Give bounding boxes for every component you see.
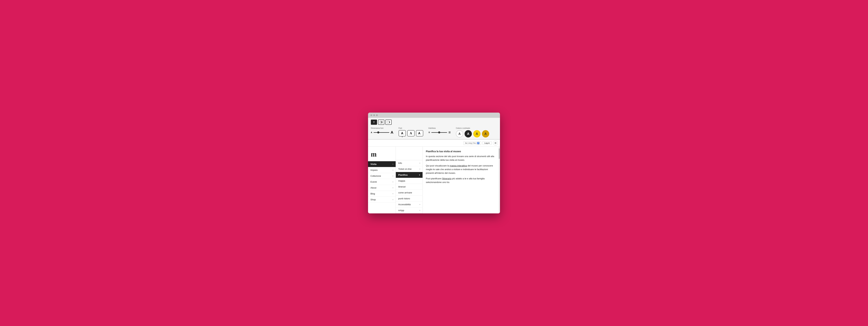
submenu-item-accessibilita-label: Accessibilità: [398, 203, 411, 206]
font-size-small-label: A: [371, 131, 372, 134]
main-navigation: m Visita › Impara › Collezione ›: [368, 147, 396, 213]
color-controls: A A A A: [456, 130, 489, 138]
nav-item-impara[interactable]: Impara ›: [368, 167, 396, 173]
scrollbar[interactable]: [499, 147, 500, 213]
browser-window: T Dimensione font A: [368, 113, 500, 213]
color-contrast-section: Colore e contrasto A A A A: [456, 127, 494, 138]
font-size-large-label: A: [391, 130, 393, 135]
login-button[interactable]: Log-in: [483, 141, 492, 145]
font-label: Font: [399, 127, 402, 129]
line-height-large-label: ≡: [448, 130, 451, 135]
nav-item-blog[interactable]: Blog ›: [368, 191, 396, 197]
nav-chevron-collezione: ›: [393, 175, 393, 177]
main-paragraph-3: Puoi pianificare l'itinerario più adatto…: [426, 177, 495, 184]
video-tool-button[interactable]: [385, 120, 392, 125]
color-yellow-button[interactable]: A: [473, 130, 480, 138]
nav-chevron-eventi: ›: [393, 181, 393, 183]
main-paragraph-1: In questa sezione del sito puoi trovare …: [426, 155, 495, 162]
submenu-item-mappa[interactable]: mappa: [396, 178, 423, 184]
font-size-label: Dimensione font: [371, 127, 383, 129]
line-height-controls: ≡ ≡: [429, 130, 451, 135]
submenu-item-come-arrivare[interactable]: come arrivare: [396, 190, 423, 196]
submenu-item-mappa-label: mappa: [398, 179, 405, 182]
window-dot-3: [376, 114, 378, 116]
main-content-area: Pianifica la tua visita al museo In ques…: [423, 147, 499, 206]
window-dot-2: [373, 114, 375, 116]
submenu-item-punti-ristoro[interactable]: punti ristoro: [396, 196, 423, 202]
font-wide-button[interactable]: A: [416, 130, 423, 137]
font-sans-arrow: ▲: [402, 136, 403, 138]
nav-item-about-label: About: [370, 186, 376, 189]
svg-rect-2: [381, 122, 383, 123]
submenu-item-itinerari[interactable]: itinerari: [396, 184, 423, 190]
line-height-slider[interactable]: [431, 132, 447, 133]
nav-chevron-about: ›: [393, 187, 393, 189]
nav-menu: Visita › Impara › Collezione › Eventi ›: [368, 161, 396, 203]
submenu: Info › Ticket on-line › Pianifica ∨ mapp…: [396, 147, 423, 213]
toolbar-controls-row: Dimensione font A A Font A ▲: [371, 127, 497, 138]
scrollbar-thumb[interactable]: [499, 148, 500, 159]
line-height-label: Interlinea: [429, 127, 436, 129]
color-dark-yellow-button[interactable]: A: [482, 130, 489, 138]
nav-item-eventi[interactable]: Eventi ›: [368, 179, 396, 185]
itinerario-link[interactable]: l'itinerario: [442, 177, 452, 180]
nav-item-collezione[interactable]: Collezione ›: [368, 173, 396, 179]
nav-item-about[interactable]: About ›: [368, 185, 396, 191]
submenu-item-ticket[interactable]: Ticket on-line ›: [396, 166, 423, 172]
main-title: Pianifica la tua visita al museo: [426, 149, 495, 153]
svg-rect-1: [381, 121, 383, 122]
mappa-interattiva-link[interactable]: mappa interattiva: [450, 165, 467, 167]
text-tool-button[interactable]: T: [371, 120, 377, 125]
accessibility-toolbar: T Dimensione font A: [368, 118, 500, 139]
submenu-chevron-ticket: ›: [420, 168, 420, 170]
color-normal-button[interactable]: A: [456, 130, 463, 138]
site-header: ita | eng | fra | ♿ Log-in ⚙: [368, 140, 500, 147]
tool-type-row: T: [371, 120, 497, 125]
settings-icon[interactable]: ⚙: [493, 141, 498, 145]
main-paragraph-2: Qui puoi visualizzare la mappa interatti…: [426, 164, 495, 175]
font-section: Font A ▲ A A: [399, 127, 429, 137]
submenu-item-mapp-label: mApp: [398, 209, 404, 212]
font-size-controls: A A: [371, 130, 393, 135]
nav-item-impara-label: Impara: [370, 169, 377, 171]
font-size-section: Dimensione font A A: [371, 127, 399, 135]
font-serif-button[interactable]: A: [407, 130, 414, 137]
browser-titlebar: [368, 113, 500, 118]
submenu-chevron-accessibilita: ›: [420, 204, 420, 205]
line-height-section: Interlinea ≡ ≡: [429, 127, 456, 135]
window-dot-1: [370, 114, 372, 116]
nav-chevron-visita: ›: [393, 163, 393, 165]
website-content: ita | eng | fra | ♿ Log-in ⚙ m Visita › …: [368, 139, 500, 213]
submenu-item-itinerari-label: itinerari: [398, 185, 406, 188]
layout-tool-button[interactable]: [378, 120, 384, 125]
svg-rect-3: [387, 121, 389, 123]
submenu-item-pianifica-label: Pianifica: [398, 174, 407, 176]
font-size-slider[interactable]: [374, 132, 389, 133]
svg-rect-0: [380, 121, 381, 123]
nav-item-shop-label: Shop: [370, 198, 376, 201]
line-height-small-label: ≡: [429, 131, 430, 134]
submenu-item-info[interactable]: Info ›: [396, 160, 423, 166]
nav-item-visita-label: Visita: [370, 163, 376, 166]
submenu-item-accessibilita[interactable]: Accessibilità ›: [396, 202, 423, 207]
submenu-item-come-arrivare-label: come arrivare: [398, 191, 412, 194]
nav-item-blog-label: Blog: [370, 192, 375, 195]
nav-item-visita[interactable]: Visita ›: [368, 161, 396, 167]
site-body: m Visita › Impara › Collezione ›: [368, 147, 500, 213]
submenu-item-punti-ristoro-label: punti ristoro: [398, 197, 410, 200]
font-sans-button[interactable]: A ▲: [399, 130, 406, 137]
nav-item-shop[interactable]: Shop ›: [368, 197, 396, 203]
nav-item-collezione-label: Collezione: [370, 175, 381, 177]
submenu-chevron-info: ›: [420, 162, 420, 164]
nav-chevron-shop: ›: [393, 199, 393, 201]
submenu-item-pianifica[interactable]: Pianifica ∨: [396, 172, 423, 178]
submenu-chevron-mapp: ›: [420, 209, 420, 211]
nav-chevron-blog: ›: [393, 193, 393, 195]
font-controls: A ▲ A A: [399, 130, 423, 137]
color-contrast-label: Colore e contrasto: [456, 127, 470, 129]
color-dark-button[interactable]: A: [465, 130, 472, 138]
nav-chevron-impara: ›: [393, 169, 393, 171]
svg-marker-4: [390, 121, 390, 123]
submenu-item-mapp[interactable]: mApp ›: [396, 207, 423, 213]
language-selector[interactable]: ita | eng | fra | ♿: [464, 141, 481, 145]
